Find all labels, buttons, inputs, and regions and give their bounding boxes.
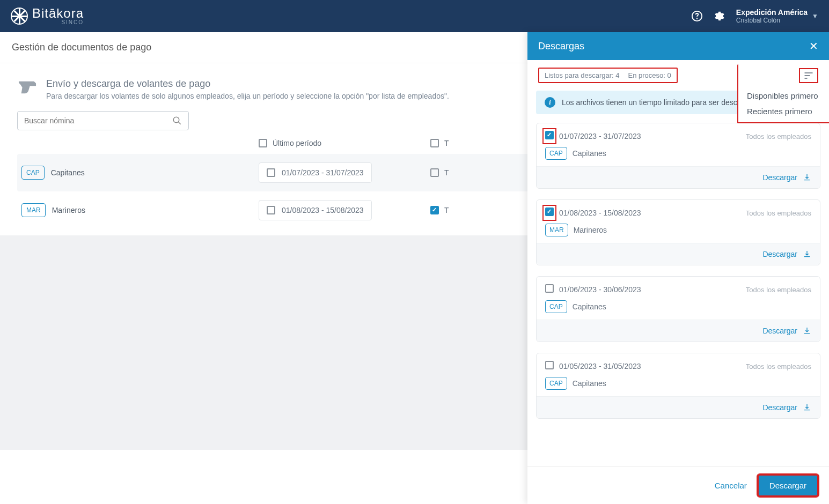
checkbox-todos[interactable] <box>430 206 439 214</box>
download-scope: Todos los empleados <box>746 132 811 140</box>
checkbox-periodo[interactable] <box>267 168 275 177</box>
periodo-text: 01/07/2023 - 31/07/2023 <box>282 168 364 177</box>
nomina-name: Marineros <box>52 206 85 214</box>
sort-button[interactable] <box>799 68 818 83</box>
logo-main: Bitākora <box>32 7 84 20</box>
panel-title: Descargas <box>538 41 584 52</box>
svg-rect-5 <box>805 72 813 73</box>
download-link[interactable]: Descargar <box>762 403 797 412</box>
user-name: Cristóbal Colón <box>736 17 808 24</box>
svg-line-4 <box>178 122 181 124</box>
stats-box: Listos para descargar: 4 En proceso: 0 <box>538 68 678 83</box>
download-scope: Todos los empleados <box>746 209 811 217</box>
todos-label: T <box>444 168 449 177</box>
svg-rect-6 <box>805 75 810 76</box>
download-icon[interactable] <box>803 250 811 258</box>
logo-area: Bitākora SINCO <box>11 7 691 25</box>
svg-point-1 <box>696 18 697 19</box>
download-icon[interactable] <box>803 403 811 412</box>
download-name: Capitanes <box>573 379 606 388</box>
download-link[interactable]: Descargar <box>762 173 797 182</box>
download-scope: Todos los empleados <box>746 286 811 294</box>
downloads-panel: Descargas ✕ Listos para descargar: 4 En … <box>527 32 829 504</box>
user-menu[interactable]: Expedición América Cristóbal Colón ▼ <box>736 8 818 24</box>
chevron-down-icon: ▼ <box>812 12 818 20</box>
checkbox-todos[interactable] <box>430 168 439 177</box>
download-name: Marineros <box>574 226 607 234</box>
section-title: Envío y descarga de volantes de pago <box>46 78 449 90</box>
cancel-button[interactable]: Cancelar <box>715 481 747 490</box>
download-badge: CAP <box>545 300 567 313</box>
search-icon <box>172 116 182 125</box>
download-card: 01/08/2023 - 15/08/2023 Todos los emplea… <box>536 199 820 265</box>
help-icon[interactable] <box>691 10 703 22</box>
download-checkbox[interactable] <box>545 284 554 293</box>
periodo-text: 01/08/2023 - 15/08/2023 <box>282 206 364 214</box>
download-date: 01/06/2023 - 30/06/2023 <box>559 285 641 294</box>
download-badge: CAP <box>545 147 567 160</box>
periodo-box[interactable]: 01/08/2023 - 15/08/2023 <box>259 200 372 220</box>
section-desc: Para descargar los volantes de solo algu… <box>46 92 449 100</box>
svg-rect-7 <box>805 78 808 79</box>
panel-footer: Cancelar Descargar <box>527 466 829 504</box>
nomina-name: Capitanes <box>51 168 85 177</box>
checkbox-periodo-header[interactable] <box>259 139 267 147</box>
download-name: Capitanes <box>573 302 606 311</box>
todos-label: T <box>444 206 449 214</box>
download-date: 01/05/2023 - 31/05/2023 <box>559 362 641 370</box>
checkbox-todos-header[interactable] <box>430 139 439 147</box>
download-date: 01/08/2023 - 15/08/2023 <box>559 209 641 217</box>
download-link[interactable]: Descargar <box>762 327 797 335</box>
nomina-badge: CAP <box>21 166 45 180</box>
download-icon[interactable] <box>803 173 811 182</box>
download-name: Capitanes <box>573 149 606 158</box>
download-all-button[interactable]: Descargar <box>758 475 818 496</box>
download-link[interactable]: Descargar <box>762 250 797 258</box>
nomina-badge: MAR <box>21 203 46 217</box>
sort-option-recent[interactable]: Recientes primero <box>747 107 821 116</box>
gun-icon <box>17 78 38 97</box>
periodo-box[interactable]: 01/07/2023 - 31/07/2023 <box>259 162 372 183</box>
download-checkbox[interactable] <box>545 131 554 139</box>
logo-wheel-icon <box>11 8 28 25</box>
proc-count: En proceso: 0 <box>628 71 671 79</box>
search-input[interactable] <box>24 116 172 125</box>
download-checkbox[interactable] <box>545 207 554 216</box>
close-icon[interactable]: ✕ <box>809 40 818 53</box>
svg-rect-2 <box>26 86 28 91</box>
gear-icon[interactable] <box>714 10 725 22</box>
user-org: Expedición América <box>736 8 808 17</box>
panel-toolbar: Listos para descargar: 4 En proceso: 0 D… <box>527 60 829 91</box>
sort-option-available[interactable]: Disponibles primero <box>747 91 821 100</box>
search-box[interactable] <box>17 111 189 130</box>
panel-body: 01/07/2023 - 31/07/2023 Todos los emplea… <box>527 123 829 466</box>
svg-point-3 <box>173 117 179 123</box>
logo-text: Bitākora SINCO <box>32 7 84 25</box>
download-card: 01/06/2023 - 30/06/2023 Todos los emplea… <box>536 276 820 342</box>
header-right: Expedición América Cristóbal Colón ▼ <box>691 8 818 24</box>
download-card: 01/07/2023 - 31/07/2023 Todos los emplea… <box>536 123 820 189</box>
download-badge: MAR <box>545 224 568 236</box>
col-periodo-label: Último período <box>273 139 321 147</box>
download-scope: Todos los empleados <box>746 362 811 370</box>
download-date: 01/07/2023 - 31/07/2023 <box>559 132 641 140</box>
logo-sub: SINCO <box>32 20 84 25</box>
download-badge: CAP <box>545 377 567 390</box>
checkbox-periodo[interactable] <box>267 206 275 214</box>
top-header: Bitākora SINCO Expedición América Cristó… <box>0 0 829 32</box>
col-todos-label: T <box>444 139 449 147</box>
ready-count: Listos para descargar: 4 <box>545 71 619 79</box>
info-text: Los archivos tienen un tiempo limitado p… <box>562 98 744 107</box>
download-checkbox[interactable] <box>545 361 554 369</box>
panel-header: Descargas ✕ <box>527 32 829 60</box>
info-icon: i <box>545 97 555 108</box>
download-icon[interactable] <box>803 327 811 335</box>
download-card: 01/05/2023 - 31/05/2023 Todos los emplea… <box>536 353 820 419</box>
